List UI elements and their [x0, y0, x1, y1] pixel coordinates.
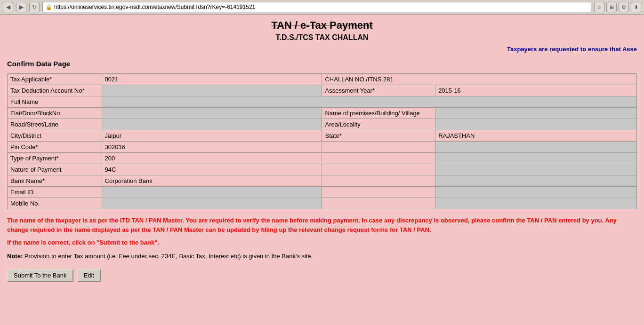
label-mobile: Mobile No.	[8, 198, 102, 209]
table-row: Pin Code* 302016	[8, 142, 637, 153]
value-email	[102, 187, 322, 198]
confirm-data-heading: Confirm Data Page	[7, 60, 637, 68]
note-section: Note: Provision to enter Tax amount (i.e…	[7, 253, 637, 260]
browser-actions: ☆ ⊞ ⚙ ⬇	[594, 2, 641, 12]
label-empty-10	[322, 175, 435, 187]
table-row: Flat/Door/BlockNo. Name of premises/Buil…	[8, 108, 637, 119]
value-bank-name: Corporation Bank	[102, 175, 322, 187]
warning-text: The name of the taxpayer is as per the I…	[7, 216, 637, 234]
label-city: City/District	[8, 130, 102, 142]
note-body: Provision to enter Tax amount (i.e. Fee …	[24, 253, 313, 260]
label-road: Road/Street/Lane	[8, 119, 102, 130]
table-row: Mobile No.	[8, 198, 637, 209]
value-empty-10	[435, 175, 637, 187]
submit-to-bank-button[interactable]: Submit To the Bank	[7, 269, 73, 282]
table-row: City/District Jaipur State* RAJASTHAN	[8, 130, 637, 142]
label-challan-no: CHALLAN NO./ITNS 281	[322, 74, 637, 85]
label-empty-11	[322, 187, 435, 198]
table-row: Type of Payment* 200	[8, 153, 637, 164]
value-area	[435, 119, 637, 130]
page-title-main: TAN / e-Tax Payment	[7, 19, 637, 32]
table-row: Bank Name* Corporation Bank	[8, 175, 637, 187]
label-full-name: Full Name	[8, 96, 102, 108]
correct-note: If the name is correct, click on "Submit…	[7, 239, 637, 246]
forward-button[interactable]: ▶	[16, 2, 26, 12]
table-row: Tax Applicable* 0021 CHALLAN NO./ITNS 28…	[8, 74, 637, 85]
label-email: Email ID	[8, 187, 102, 198]
value-type-payment: 200	[102, 153, 322, 164]
label-tax-applicable: Tax Applicable*	[8, 74, 102, 85]
value-road	[102, 119, 322, 130]
page-subtitle: T.D.S./TCS TAX CHALLAN	[7, 33, 637, 42]
value-state: RAJASTHAN	[435, 130, 637, 142]
label-empty-12	[322, 198, 435, 209]
table-row: Tax Deduction Account No* Assessment Yea…	[8, 85, 637, 96]
download-button[interactable]: ⬇	[631, 2, 641, 12]
label-empty-7	[322, 142, 435, 153]
value-city: Jaipur	[102, 130, 322, 142]
value-empty-7	[435, 142, 637, 153]
button-row: Submit To the Bank Edit	[7, 269, 637, 282]
data-table: Tax Applicable* 0021 CHALLAN NO./ITNS 28…	[7, 73, 637, 209]
value-empty-9	[435, 164, 637, 175]
table-row: Email ID	[8, 187, 637, 198]
puzzle-button[interactable]: ⊞	[606, 2, 617, 12]
label-empty-8	[322, 153, 435, 164]
star-button[interactable]: ☆	[594, 2, 604, 12]
label-tan: Tax Deduction Account No*	[8, 85, 102, 96]
value-nature-payment: 94C	[102, 164, 322, 175]
table-row: Nature of Payment 94C	[8, 164, 637, 175]
page-content: TAN / e-Tax Payment T.D.S./TCS TAX CHALL…	[0, 15, 644, 320]
edit-button[interactable]: Edit	[77, 269, 101, 282]
label-premises: Name of premises/Building/ Village	[322, 108, 435, 119]
back-button[interactable]: ◀	[3, 2, 13, 12]
value-tan	[102, 85, 322, 96]
value-full-name	[102, 96, 636, 108]
label-nature-payment: Nature of Payment	[8, 164, 102, 175]
value-empty-11	[435, 187, 637, 198]
value-flat	[102, 108, 322, 119]
value-empty-12	[435, 198, 637, 209]
lock-icon: 🔒	[46, 4, 52, 10]
label-bank-name: Bank Name*	[8, 175, 102, 187]
browser-chrome: ◀ ▶ ↻ 🔒 https://onlineservices.tin.egov-…	[0, 0, 644, 15]
table-row: Full Name	[8, 96, 637, 108]
label-empty-9	[322, 164, 435, 175]
value-assessment-year: 2015-16	[435, 85, 637, 96]
table-row: Road/Street/Lane Area/Locality	[8, 119, 637, 130]
value-tax-applicable: 0021	[102, 74, 322, 85]
label-state: State*	[322, 130, 435, 142]
value-mobile	[102, 198, 322, 209]
label-flat: Flat/Door/BlockNo.	[8, 108, 102, 119]
value-pincode: 302016	[102, 142, 322, 153]
label-pincode: Pin Code*	[8, 142, 102, 153]
label-area: Area/Locality	[322, 119, 435, 130]
url-text: https://onlineservices.tin.egov-nsdl.com…	[54, 4, 255, 10]
refresh-button[interactable]: ↻	[29, 2, 40, 12]
address-bar[interactable]: 🔒 https://onlineservices.tin.egov-nsdl.c…	[42, 2, 591, 12]
value-premises	[435, 108, 637, 119]
settings-button[interactable]: ⚙	[619, 2, 629, 12]
notice-text: Taxpayers are requested to ensure that A…	[7, 46, 637, 53]
label-assessment-year: Assessment Year*	[322, 85, 435, 96]
value-empty-8	[435, 153, 637, 164]
label-type-payment: Type of Payment*	[8, 153, 102, 164]
note-label: Note:	[7, 253, 23, 260]
